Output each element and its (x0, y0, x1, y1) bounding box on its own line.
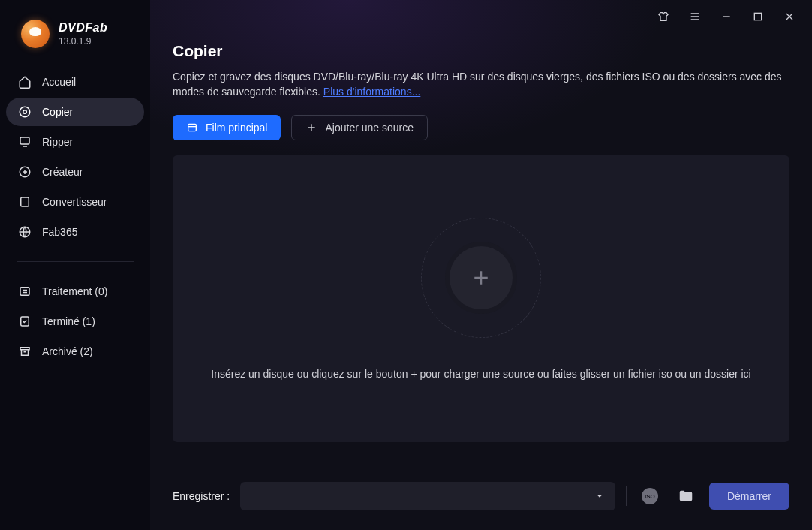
minimize-button[interactable] (719, 9, 734, 24)
svg-rect-6 (20, 288, 29, 296)
status-nav: Traitement (0) Terminé (1) Archivé (2) (0, 273, 150, 370)
sidebar-item-archive[interactable]: Archivé (2) (6, 337, 144, 366)
sidebar-item-label: Convertisseur (42, 196, 107, 208)
sidebar-item-label: Fab365 (42, 226, 77, 238)
svg-rect-8 (20, 348, 29, 350)
ripper-icon (18, 135, 32, 149)
more-info-link[interactable]: Plus d'informations... (323, 86, 421, 98)
add-source-button[interactable]: Ajouter une source (291, 115, 428, 140)
primary-nav: Accueil Copier Ripper Créateur Convertis… (0, 63, 150, 251)
drop-hint-text: Insérez un disque ou cliquez sur le bout… (196, 368, 765, 380)
svg-rect-2 (20, 137, 29, 144)
app-logo (21, 20, 50, 48)
start-button[interactable]: Démarrer (709, 483, 789, 510)
close-button[interactable] (782, 9, 797, 24)
sidebar-item-label: Traitement (0) (42, 285, 107, 297)
svg-rect-10 (188, 124, 197, 131)
globe-icon (18, 225, 32, 239)
home-icon (18, 75, 32, 89)
app-name: DVDFab (59, 20, 107, 35)
iso-output-button[interactable]: ISO (637, 483, 663, 509)
page-description: Copiez et gravez des disques DVD/Blu-ray… (173, 69, 789, 100)
drop-circle-ring (421, 218, 541, 338)
brand-block: DVDFab 13.0.1.9 (0, 14, 150, 63)
disc-icon (18, 105, 32, 119)
drop-zone[interactable]: Insérez un disque ou cliquez sur le bout… (173, 155, 789, 442)
main-area: Copier Copiez et gravez des disques DVD/… (150, 0, 812, 530)
plus-icon (470, 267, 492, 289)
skin-icon[interactable] (656, 9, 671, 24)
button-label: Ajouter une source (325, 122, 414, 134)
sidebar-item-createur[interactable]: Créateur (6, 158, 144, 186)
sidebar-item-traitement[interactable]: Traitement (0) (6, 277, 144, 306)
folder-icon (678, 488, 694, 504)
sidebar-item-label: Archivé (2) (42, 345, 93, 357)
sidebar-item-convertisseur[interactable]: Convertisseur (6, 188, 144, 216)
menu-icon[interactable] (687, 9, 702, 24)
film-principal-button[interactable]: Film principal (173, 115, 281, 140)
page-description-text: Copiez et gravez des disques DVD/Blu-ray… (173, 71, 782, 98)
sidebar: DVDFab 13.0.1.9 Accueil Copier Ripper Cr… (0, 0, 150, 530)
titlebar (150, 0, 812, 33)
save-destination-select[interactable] (240, 482, 615, 510)
folder-output-button[interactable] (673, 483, 699, 509)
archive-icon (18, 345, 32, 358)
save-to-label: Enregistrer : (173, 490, 230, 502)
check-doc-icon (18, 315, 32, 328)
button-label: Film principal (206, 122, 267, 134)
sidebar-item-label: Copier (42, 106, 73, 118)
svg-point-0 (20, 107, 30, 117)
converter-icon (18, 195, 32, 209)
plus-icon (305, 122, 317, 134)
creator-icon (18, 165, 32, 179)
sidebar-item-label: Accueil (42, 76, 76, 88)
sidebar-item-fab365[interactable]: Fab365 (6, 218, 144, 246)
sidebar-item-label: Terminé (1) (42, 315, 95, 327)
app-version: 13.0.1.9 (59, 36, 107, 47)
iso-icon: ISO (642, 488, 658, 504)
bottom-bar: Enregistrer : ISO Démarrer (150, 465, 812, 530)
queue-icon (18, 285, 32, 298)
add-source-circle[interactable] (445, 242, 517, 314)
sidebar-item-accueil[interactable]: Accueil (6, 68, 144, 96)
maximize-button[interactable] (750, 9, 765, 24)
sidebar-item-ripper[interactable]: Ripper (6, 128, 144, 156)
svg-point-1 (23, 110, 27, 114)
svg-rect-4 (21, 197, 29, 206)
sidebar-divider (17, 261, 134, 262)
film-mode-icon (186, 122, 198, 134)
sidebar-item-label: Créateur (42, 166, 83, 178)
svg-rect-9 (754, 13, 761, 20)
chevron-down-icon (594, 491, 605, 501)
sidebar-item-copier[interactable]: Copier (6, 98, 144, 126)
divider (626, 486, 627, 506)
sidebar-item-termine[interactable]: Terminé (1) (6, 307, 144, 336)
page-title: Copier (173, 42, 789, 60)
sidebar-item-label: Ripper (42, 136, 73, 148)
